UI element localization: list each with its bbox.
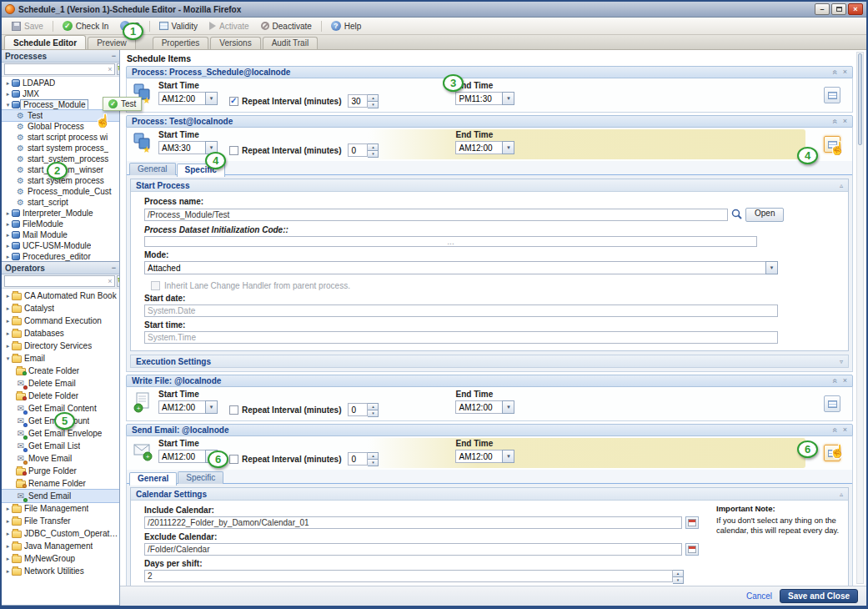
collapse-icon[interactable]: « bbox=[830, 428, 840, 433]
repeat-minutes-input[interactable] bbox=[348, 452, 368, 466]
repeat-interval-checkbox[interactable] bbox=[229, 97, 238, 106]
processes-search-input[interactable] bbox=[5, 64, 106, 74]
tree-item[interactable]: ⚙start_system_winser bbox=[2, 164, 119, 175]
scrollbar-thumb[interactable] bbox=[858, 53, 862, 145]
expand-icon[interactable]: ▸ bbox=[4, 221, 12, 228]
dropdown-arrow-icon[interactable]: ▼ bbox=[205, 450, 218, 463]
inherit-lane-checkbox[interactable] bbox=[151, 281, 160, 290]
refresh-icon[interactable]: ↻ bbox=[117, 63, 119, 75]
tree-item-global-process[interactable]: ⚙Global Process bbox=[2, 121, 119, 132]
repeat-minutes-input[interactable] bbox=[348, 94, 368, 108]
spin-down-icon[interactable]: ▾ bbox=[368, 459, 379, 466]
tree-item-ucf-usm-module[interactable]: ▸UCF-USM-Module bbox=[2, 240, 119, 251]
dropdown-arrow-icon[interactable]: ▼ bbox=[205, 141, 218, 154]
end-time-input[interactable] bbox=[455, 92, 502, 105]
tree-item[interactable]: ⚙start_script bbox=[2, 197, 119, 208]
close-button[interactable]: × bbox=[848, 3, 863, 15]
expand-icon[interactable]: ▸ bbox=[4, 518, 12, 525]
start-time-combo[interactable]: ▼ bbox=[158, 92, 218, 105]
start-time-input[interactable] bbox=[158, 141, 205, 154]
tree-item[interactable]: ⚙start system process_ bbox=[2, 143, 119, 154]
expand-icon[interactable]: ▸ bbox=[4, 254, 12, 260]
tab-schedule-editor[interactable]: Schedule Editor bbox=[4, 35, 86, 49]
expand-icon[interactable]: ▸ bbox=[4, 293, 12, 299]
tree-item-command-execution[interactable]: ▸Command Execution bbox=[2, 315, 119, 327]
tree-item-delete-email[interactable]: ✉Delete Email bbox=[2, 377, 119, 390]
repeat-minutes-input[interactable] bbox=[348, 403, 368, 416]
expand-icon[interactable]: ▸ bbox=[4, 210, 12, 217]
tree-item-ca-automated-run-book[interactable]: ▸CA Automated Run Book bbox=[2, 289, 119, 302]
operators-search-box[interactable]: × bbox=[4, 275, 115, 287]
expand-icon[interactable]: ▸ bbox=[4, 543, 12, 550]
include-calendar-field[interactable] bbox=[144, 516, 682, 529]
repeat-interval-checkbox[interactable] bbox=[229, 455, 238, 464]
start-time-input[interactable] bbox=[158, 400, 205, 414]
search-icon[interactable] bbox=[731, 209, 742, 221]
expand-icon[interactable]: ▸ bbox=[4, 80, 12, 87]
operators-panel-header[interactable]: Operators − bbox=[2, 262, 119, 274]
spin-up-icon[interactable]: ▴ bbox=[673, 570, 684, 576]
tree-item-purge-folder[interactable]: Purge Folder bbox=[2, 465, 119, 477]
tree-item-get-email-envelope[interactable]: ✉Get Email Envelope bbox=[2, 427, 119, 440]
tree-item-delete-folder[interactable]: Delete Folder bbox=[2, 390, 119, 402]
spin-down-icon[interactable]: ▾ bbox=[368, 101, 379, 108]
activate-button[interactable]: Activate bbox=[204, 20, 254, 33]
vertical-scrollbar[interactable] bbox=[856, 52, 864, 584]
tab-specific[interactable]: Specific bbox=[178, 471, 223, 484]
expand-icon[interactable]: ▸ bbox=[4, 243, 12, 249]
end-time-combo[interactable]: ▼ bbox=[455, 92, 514, 105]
save-button[interactable]: Save bbox=[7, 20, 48, 33]
maximize-button[interactable] bbox=[831, 3, 846, 15]
tree-item-email[interactable]: ▾Email bbox=[2, 352, 119, 365]
dropdown-arrow-icon[interactable]: ▼ bbox=[502, 450, 514, 463]
end-time-input[interactable] bbox=[455, 141, 502, 154]
tree-item-file-transfer[interactable]: ▸File Transfer bbox=[2, 515, 119, 527]
start-time-combo[interactable]: ▼ bbox=[158, 400, 218, 414]
expand-icon[interactable]: ▸ bbox=[4, 506, 12, 512]
collapse-icon[interactable]: ▾ bbox=[4, 102, 12, 108]
tree-item-move-email[interactable]: ✉Move Email bbox=[2, 452, 119, 465]
dataset-init-field[interactable] bbox=[144, 236, 757, 247]
tree-item-interpreter-module[interactable]: ▸Interpreter_Module bbox=[2, 208, 119, 219]
tree-item-procedures-editor[interactable]: ▸Procedures_editor bbox=[2, 251, 119, 261]
operators-search-input[interactable] bbox=[5, 276, 106, 286]
tree-item-mynewgroup[interactable]: ▸MyNewGroup bbox=[2, 552, 119, 565]
item-details-button[interactable] bbox=[824, 445, 840, 461]
spin-down-icon[interactable]: ▾ bbox=[368, 150, 379, 158]
tree-item-get-email-content[interactable]: ✉Get Email Content bbox=[2, 402, 119, 415]
start-time-combo[interactable]: ▼ bbox=[158, 450, 218, 463]
spin-down-icon[interactable]: ▾ bbox=[673, 576, 684, 584]
expand-icon[interactable]: ▸ bbox=[4, 318, 12, 325]
processes-search-box[interactable]: × bbox=[4, 63, 115, 75]
dropdown-arrow-icon[interactable]: ▼ bbox=[765, 261, 778, 274]
close-icon[interactable]: × bbox=[843, 116, 847, 127]
spin-up-icon[interactable]: ▴ bbox=[368, 403, 379, 410]
tree-item-java-management[interactable]: ▸Java Management bbox=[2, 540, 119, 552]
tree-item-get-email-count[interactable]: ✉Get Email Count bbox=[2, 415, 119, 427]
open-button[interactable]: Open bbox=[745, 208, 784, 222]
panel-collapse-icon[interactable]: ▵ bbox=[840, 182, 843, 189]
tree-item-send-email[interactable]: ✉Send Email bbox=[2, 490, 119, 502]
repeat-interval-checkbox[interactable] bbox=[229, 405, 238, 415]
help-button[interactable]: ?Help bbox=[326, 19, 367, 33]
expand-icon[interactable]: ▸ bbox=[4, 232, 12, 239]
clear-icon[interactable]: × bbox=[106, 276, 114, 286]
tree-item[interactable]: ⚙start system process bbox=[2, 175, 119, 186]
tab-audit-trail[interactable]: Audit Trail bbox=[263, 37, 318, 49]
refresh-icon[interactable]: ↻ bbox=[117, 275, 119, 287]
section-header[interactable]: Process: Process_Schedule@localnode «× bbox=[126, 66, 853, 78]
panel-collapse-icon[interactable]: ▵ bbox=[840, 491, 843, 498]
start-time-combo[interactable]: ▼ bbox=[158, 141, 218, 154]
dropdown-arrow-icon[interactable]: ▼ bbox=[502, 400, 514, 414]
panel-expand-icon[interactable]: ▿ bbox=[840, 358, 843, 365]
dropdown-arrow-icon[interactable]: ▼ bbox=[502, 92, 514, 105]
tree-item-get-email-list[interactable]: ✉Get Email List bbox=[2, 440, 119, 452]
end-time-input[interactable] bbox=[455, 400, 502, 414]
calendar-settings-panel-header[interactable]: Calendar Settings ▵ bbox=[131, 488, 848, 501]
tree-item-mail-module[interactable]: ▸Mail Module bbox=[2, 229, 119, 240]
panel-collapse-icon[interactable]: − bbox=[112, 264, 116, 272]
start-date-field[interactable] bbox=[144, 304, 778, 317]
end-time-combo[interactable]: ▼ bbox=[455, 400, 514, 414]
collapse-icon[interactable]: « bbox=[830, 379, 840, 384]
section-header[interactable]: Send Email: @localnode «× bbox=[126, 424, 853, 436]
